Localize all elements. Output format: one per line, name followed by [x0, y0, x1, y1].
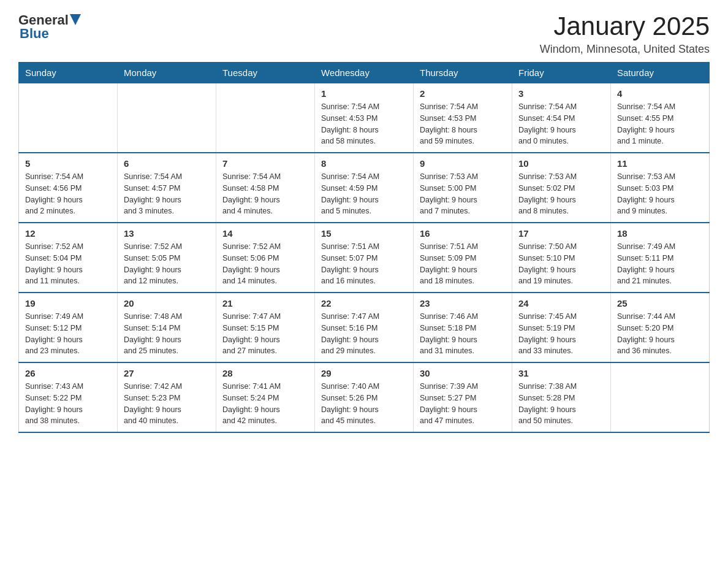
day-info: Sunrise: 7:54 AMSunset: 4:56 PMDaylight:… [25, 171, 111, 217]
day-number: 17 [518, 228, 604, 239]
day-number: 2 [420, 88, 506, 99]
calendar-cell: 13Sunrise: 7:52 AMSunset: 5:05 PMDayligh… [118, 223, 216, 293]
day-info: Sunrise: 7:47 AMSunset: 5:16 PMDaylight:… [321, 311, 407, 357]
col-sunday: Sunday [19, 63, 118, 83]
day-number: 20 [124, 298, 210, 308]
day-number: 7 [222, 158, 308, 169]
calendar-cell: 12Sunrise: 7:52 AMSunset: 5:04 PMDayligh… [19, 223, 118, 293]
calendar-cell: 31Sunrise: 7:38 AMSunset: 5:28 PMDayligh… [512, 362, 611, 432]
calendar-cell: 2Sunrise: 7:54 AMSunset: 4:53 PMDaylight… [414, 83, 512, 153]
day-info: Sunrise: 7:45 AMSunset: 5:19 PMDaylight:… [518, 311, 604, 357]
day-number: 15 [321, 228, 407, 239]
calendar-table: Sunday Monday Tuesday Wednesday Thursday… [18, 62, 710, 433]
calendar-header-row: Sunday Monday Tuesday Wednesday Thursday… [19, 63, 710, 83]
calendar-cell: 19Sunrise: 7:49 AMSunset: 5:12 PMDayligh… [19, 293, 118, 362]
day-number: 27 [124, 368, 210, 378]
day-number: 3 [518, 88, 604, 99]
calendar-cell: 29Sunrise: 7:40 AMSunset: 5:26 PMDayligh… [315, 362, 414, 432]
day-info: Sunrise: 7:52 AMSunset: 5:05 PMDaylight:… [124, 241, 210, 287]
day-number: 6 [124, 158, 210, 169]
day-number: 1 [321, 88, 407, 99]
day-info: Sunrise: 7:54 AMSunset: 4:53 PMDaylight:… [420, 101, 506, 147]
calendar-cell: 17Sunrise: 7:50 AMSunset: 5:10 PMDayligh… [512, 223, 611, 293]
day-number: 11 [617, 158, 703, 169]
calendar-cell: 15Sunrise: 7:51 AMSunset: 5:07 PMDayligh… [315, 223, 414, 293]
day-info: Sunrise: 7:43 AMSunset: 5:22 PMDaylight:… [25, 381, 111, 427]
day-info: Sunrise: 7:48 AMSunset: 5:14 PMDaylight:… [124, 311, 210, 357]
calendar-cell [19, 83, 118, 153]
calendar-cell: 7Sunrise: 7:54 AMSunset: 4:58 PMDaylight… [216, 153, 315, 223]
day-number: 4 [617, 88, 703, 99]
day-info: Sunrise: 7:47 AMSunset: 5:15 PMDaylight:… [222, 311, 308, 357]
day-info: Sunrise: 7:52 AMSunset: 5:04 PMDaylight:… [25, 241, 111, 287]
day-number: 24 [518, 298, 604, 308]
calendar-week-row: 1Sunrise: 7:54 AMSunset: 4:53 PMDaylight… [19, 83, 710, 153]
day-number: 19 [25, 298, 111, 308]
day-info: Sunrise: 7:53 AMSunset: 5:00 PMDaylight:… [420, 171, 506, 217]
calendar-cell: 30Sunrise: 7:39 AMSunset: 5:27 PMDayligh… [414, 362, 512, 432]
calendar-cell: 14Sunrise: 7:52 AMSunset: 5:06 PMDayligh… [216, 223, 315, 293]
day-number: 18 [617, 228, 703, 239]
calendar-cell: 28Sunrise: 7:41 AMSunset: 5:24 PMDayligh… [216, 362, 315, 432]
day-info: Sunrise: 7:49 AMSunset: 5:11 PMDaylight:… [617, 241, 703, 287]
calendar-cell: 4Sunrise: 7:54 AMSunset: 4:55 PMDaylight… [611, 83, 710, 153]
day-info: Sunrise: 7:38 AMSunset: 5:28 PMDaylight:… [518, 381, 604, 427]
calendar-cell: 22Sunrise: 7:47 AMSunset: 5:16 PMDayligh… [315, 293, 414, 362]
col-friday: Friday [512, 63, 611, 83]
day-info: Sunrise: 7:42 AMSunset: 5:23 PMDaylight:… [124, 381, 210, 427]
day-info: Sunrise: 7:40 AMSunset: 5:26 PMDaylight:… [321, 381, 407, 427]
day-info: Sunrise: 7:54 AMSunset: 4:57 PMDaylight:… [124, 171, 210, 217]
day-info: Sunrise: 7:51 AMSunset: 5:07 PMDaylight:… [321, 241, 407, 287]
day-number: 16 [420, 228, 506, 239]
calendar-cell: 11Sunrise: 7:53 AMSunset: 5:03 PMDayligh… [611, 153, 710, 223]
col-monday: Monday [118, 63, 216, 83]
logo-text-blue: Blue [20, 26, 49, 42]
calendar-cell: 27Sunrise: 7:42 AMSunset: 5:23 PMDayligh… [118, 362, 216, 432]
day-number: 12 [25, 228, 111, 239]
calendar-cell: 3Sunrise: 7:54 AMSunset: 4:54 PMDaylight… [512, 83, 611, 153]
day-info: Sunrise: 7:39 AMSunset: 5:27 PMDaylight:… [420, 381, 506, 427]
col-saturday: Saturday [611, 63, 710, 83]
day-info: Sunrise: 7:41 AMSunset: 5:24 PMDaylight:… [222, 381, 308, 427]
calendar-cell: 23Sunrise: 7:46 AMSunset: 5:18 PMDayligh… [414, 293, 512, 362]
day-number: 13 [124, 228, 210, 239]
day-info: Sunrise: 7:53 AMSunset: 5:03 PMDaylight:… [617, 171, 703, 217]
calendar-week-row: 19Sunrise: 7:49 AMSunset: 5:12 PMDayligh… [19, 293, 710, 362]
title-section: January 2025 Windom, Minnesota, United S… [540, 12, 710, 56]
day-number: 14 [222, 228, 308, 239]
day-info: Sunrise: 7:54 AMSunset: 4:53 PMDaylight:… [321, 101, 407, 147]
day-number: 28 [222, 368, 308, 378]
month-title: January 2025 [540, 12, 710, 40]
calendar-cell: 18Sunrise: 7:49 AMSunset: 5:11 PMDayligh… [611, 223, 710, 293]
day-info: Sunrise: 7:54 AMSunset: 4:58 PMDaylight:… [222, 171, 308, 217]
day-number: 31 [518, 368, 604, 378]
svg-marker-0 [70, 14, 81, 25]
calendar-cell: 9Sunrise: 7:53 AMSunset: 5:00 PMDaylight… [414, 153, 512, 223]
calendar-cell: 24Sunrise: 7:45 AMSunset: 5:19 PMDayligh… [512, 293, 611, 362]
calendar-cell: 1Sunrise: 7:54 AMSunset: 4:53 PMDaylight… [315, 83, 414, 153]
day-number: 10 [518, 158, 604, 169]
day-info: Sunrise: 7:49 AMSunset: 5:12 PMDaylight:… [25, 311, 111, 357]
logo-arrow-icon [70, 14, 81, 25]
day-number: 29 [321, 368, 407, 378]
calendar-week-row: 5Sunrise: 7:54 AMSunset: 4:56 PMDaylight… [19, 153, 710, 223]
day-number: 26 [25, 368, 111, 378]
calendar-cell: 25Sunrise: 7:44 AMSunset: 5:20 PMDayligh… [611, 293, 710, 362]
calendar-cell: 20Sunrise: 7:48 AMSunset: 5:14 PMDayligh… [118, 293, 216, 362]
calendar-cell: 16Sunrise: 7:51 AMSunset: 5:09 PMDayligh… [414, 223, 512, 293]
calendar-cell [118, 83, 216, 153]
calendar-cell: 8Sunrise: 7:54 AMSunset: 4:59 PMDaylight… [315, 153, 414, 223]
calendar-week-row: 12Sunrise: 7:52 AMSunset: 5:04 PMDayligh… [19, 223, 710, 293]
day-info: Sunrise: 7:54 AMSunset: 4:54 PMDaylight:… [518, 101, 604, 147]
day-number: 8 [321, 158, 407, 169]
day-info: Sunrise: 7:54 AMSunset: 4:55 PMDaylight:… [617, 101, 703, 147]
calendar-cell: 6Sunrise: 7:54 AMSunset: 4:57 PMDaylight… [118, 153, 216, 223]
calendar-cell [216, 83, 315, 153]
calendar-cell: 10Sunrise: 7:53 AMSunset: 5:02 PMDayligh… [512, 153, 611, 223]
day-info: Sunrise: 7:52 AMSunset: 5:06 PMDaylight:… [222, 241, 308, 287]
calendar-cell: 26Sunrise: 7:43 AMSunset: 5:22 PMDayligh… [19, 362, 118, 432]
day-number: 21 [222, 298, 308, 308]
day-number: 30 [420, 368, 506, 378]
day-number: 25 [617, 298, 703, 308]
day-info: Sunrise: 7:54 AMSunset: 4:59 PMDaylight:… [321, 171, 407, 217]
